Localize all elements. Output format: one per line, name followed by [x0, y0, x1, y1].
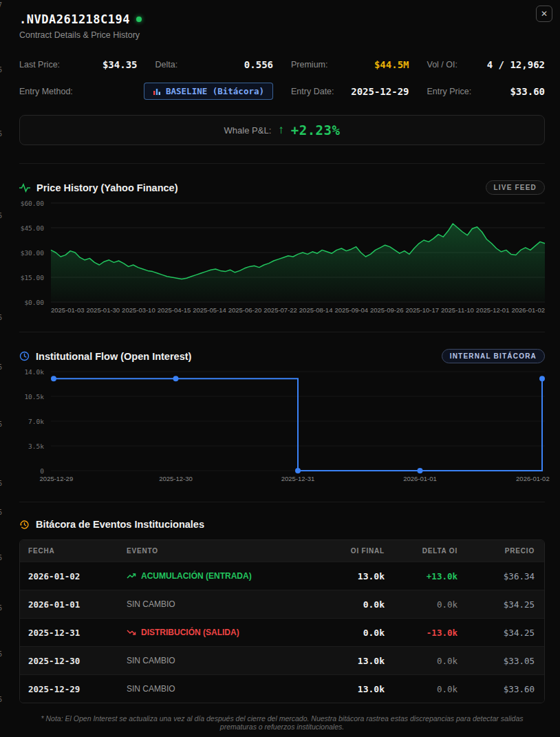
stat-entry-method: Entry Method: BASELINE (Bitácora)	[19, 83, 273, 100]
oi-final-value: 0.0k	[319, 599, 394, 610]
table-row: 2025-12-31 DISTRIBUCIÓN (SALIDA) 0.0k -1…	[20, 618, 544, 646]
clock-icon	[19, 351, 30, 361]
stat-entry-price: Entry Price: $33.60	[427, 83, 546, 100]
column-header-fecha: FECHA	[20, 540, 118, 562]
price-value: $33.60	[467, 684, 544, 694]
delta-oi-value: 0.0k	[394, 684, 467, 694]
page-title: .NVDA261218C194	[19, 12, 130, 26]
oi-final-value: 13.0k	[319, 656, 394, 666]
stat-value: $44.5M	[374, 59, 409, 70]
oi-final-value: 0.0k	[319, 628, 394, 638]
axis-tick-label: 0	[40, 467, 44, 475]
stat-value: 2025-12-29	[351, 86, 409, 97]
axis-tick-label: 7.0k	[28, 418, 44, 425]
stat-label: Delta:	[155, 60, 178, 70]
live-feed-badge: LIVE FEED	[486, 180, 545, 195]
axis-tick-label: 2025-12-30	[159, 475, 193, 482]
table-row: 2025-12-29 SIN CAMBIO 13.0k 0.0k $33.60	[20, 674, 544, 703]
axis-tick-label: 2025-12-29	[40, 475, 74, 482]
delta-oi-value: 0.0k	[394, 599, 467, 610]
column-header-precio: PRECIO	[467, 540, 544, 562]
axis-tick-label: 2026-01-02	[516, 475, 550, 482]
close-button[interactable]: ✕	[536, 6, 552, 22]
activity-icon	[19, 183, 30, 193]
trend-down-icon	[127, 629, 136, 636]
institutional-flow-section: Institutional Flow (Open Interest) INTER…	[19, 332, 545, 484]
stat-value: 0.556	[244, 59, 273, 70]
stat-value: $33.60	[510, 86, 545, 97]
page-subtitle: Contract Details & Price History	[19, 30, 545, 40]
event-type: SIN CAMBIO	[118, 684, 319, 694]
data-point-dot	[539, 376, 545, 381]
axis-tick-label: 2025-09-04	[334, 306, 368, 314]
axis-tick-label: 2025-12-31	[281, 475, 315, 482]
axis-tick-label: 2025-01-03	[51, 306, 85, 314]
bar-chart-icon	[153, 87, 161, 96]
section-title: Bitácora de Eventos Institucionales	[36, 519, 204, 530]
stat-label: Entry Method:	[19, 87, 73, 96]
flow-chart-y-axis: 03.5k7.0k10.5k14.0k	[19, 372, 47, 471]
axis-tick-label: 2025-04-15	[158, 306, 191, 314]
oi-final-value: 13.0k	[319, 684, 394, 694]
axis-tick-label: $60.00	[21, 200, 44, 207]
axis-tick-label: 2026-01-02	[511, 306, 545, 314]
stat-vol-oi: Vol / OI: 4 / 12,962	[427, 56, 546, 73]
entry-method-badge: BASELINE (Bitácora)	[144, 83, 273, 100]
stat-label: Vol / OI:	[427, 60, 457, 70]
column-header-evento: EVENTO	[118, 540, 319, 562]
table-row: 2026-01-02 ACUMULACIÓN (ENTRADA) 13.0k +…	[20, 562, 544, 590]
axis-tick-label: 2025-03-10	[122, 306, 155, 314]
flow-chart-plot	[51, 372, 545, 471]
stat-last-price: Last Price: $34.35	[19, 56, 138, 73]
stats-grid: Last Price: $34.35 Delta: 0.556 Premium:…	[19, 56, 545, 100]
event-type: SIN CAMBIO	[118, 656, 319, 665]
axis-tick-label: 2025-11-10	[441, 306, 474, 314]
event-date: 2025-12-31	[20, 628, 118, 638]
oi-final-value: 13.0k	[319, 571, 394, 581]
data-point-dot	[51, 376, 56, 381]
price-chart-plot	[51, 203, 545, 302]
event-type: DISTRIBUCIÓN (SALIDA)	[118, 628, 319, 637]
stat-label: Last Price:	[19, 60, 60, 70]
flow-chart-x-axis: 2025-12-292025-12-302025-12-312026-01-01…	[51, 475, 545, 484]
stat-label: Entry Price:	[427, 87, 472, 96]
footnote: * Nota: El Open Interest se actualiza un…	[19, 714, 545, 731]
table-body: 2026-01-02 ACUMULACIÓN (ENTRADA) 13.0k +…	[20, 562, 544, 703]
section-title: Price History (Yahoo Finance)	[36, 182, 177, 193]
axis-tick-label: 2025-08-14	[299, 306, 333, 314]
price-chart-x-axis: 2025-01-032025-01-302025-03-102025-04-15…	[51, 306, 545, 314]
event-date: 2026-01-02	[20, 571, 118, 581]
stat-premium: Premium: $44.5M	[291, 56, 409, 73]
trend-up-icon	[127, 573, 136, 579]
contract-modal: .NVDA261218C194 Contract Details & Price…	[0, 0, 560, 731]
axis-tick-label: 2025-09-26	[370, 306, 404, 314]
whale-pnl-value: +2.23%	[291, 122, 341, 138]
table-header: FECHA EVENTO OI FINAL DELTA OI PRECIO	[20, 540, 544, 562]
price-value: $36.34	[467, 571, 544, 581]
stat-value: 4 / 12,962	[487, 59, 545, 70]
axis-tick-label: 14.0k	[24, 368, 44, 376]
delta-oi-value: 0.0k	[394, 656, 467, 666]
table-row: 2026-01-01 SIN CAMBIO 0.0k 0.0k $34.25	[20, 590, 544, 618]
data-point-dot	[418, 468, 423, 473]
events-table: FECHA EVENTO OI FINAL DELTA OI PRECIO 20…	[19, 540, 545, 703]
event-date: 2025-12-29	[20, 684, 118, 694]
axis-tick-label: 2025-05-14	[193, 306, 226, 314]
data-point-dot	[295, 468, 301, 473]
stat-value: $34.35	[103, 59, 138, 70]
section-title: Institutional Flow (Open Interest)	[36, 351, 191, 362]
flow-chart: 03.5k7.0k10.5k14.0k 2025-12-292025-12-30…	[19, 372, 545, 484]
column-header-delta-oi: DELTA OI	[394, 540, 467, 562]
axis-tick-label: 2025-12-01	[476, 306, 510, 314]
stat-delta: Delta: 0.556	[155, 56, 274, 73]
price-chart-y-axis: $0.00$15.00$30.00$45.00$60.00	[19, 203, 47, 302]
internal-bitacora-badge: INTERNAL BITÁCORA	[442, 349, 545, 363]
table-row: 2025-12-30 SIN CAMBIO 13.0k 0.0k $33.05	[20, 646, 544, 674]
axis-tick-label: $30.00	[21, 249, 44, 257]
delta-oi-value: -13.0k	[394, 628, 467, 638]
column-header-oi-final: OI FINAL	[319, 540, 394, 562]
whale-pnl-box: Whale P&L: ↑ +2.23%	[19, 115, 545, 145]
price-chart: $0.00$15.00$30.00$45.00$60.00 2025-01-03…	[19, 203, 545, 314]
axis-tick-label: 2025-01-30	[87, 306, 120, 314]
event-date: 2025-12-30	[20, 656, 118, 666]
